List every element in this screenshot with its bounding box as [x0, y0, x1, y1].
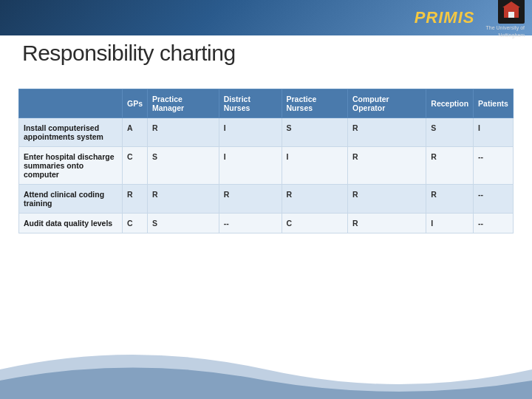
- cell-gps: R: [123, 185, 148, 214]
- cell-reception: R: [426, 185, 474, 214]
- table-row: Install computerised appointments system…: [19, 118, 514, 147]
- cell-practice_manager: R: [148, 185, 219, 214]
- cell-task: Audit data quality levels: [19, 214, 123, 233]
- bottom-decoration: [0, 340, 532, 399]
- table-row: Audit data quality levelsCS--CRI--: [19, 214, 514, 233]
- col-gps: GPs: [123, 89, 148, 118]
- table-header-row: GPs Practice Manager District Nurses Pra…: [19, 89, 514, 118]
- cell-reception: I: [426, 214, 474, 233]
- university-logo: The University of Nottingham: [485, 0, 525, 38]
- cell-district_nurses: I: [219, 147, 282, 185]
- university-name-line1: The University of: [485, 24, 525, 31]
- responsibility-table: GPs Practice Manager District Nurses Pra…: [18, 89, 514, 233]
- cell-patients: I: [474, 118, 514, 147]
- col-district-nurses: District Nurses: [219, 89, 282, 118]
- col-task: [19, 89, 123, 118]
- cell-practice_manager: S: [148, 214, 219, 233]
- table-header: GPs Practice Manager District Nurses Pra…: [19, 89, 514, 118]
- cell-patients: --: [474, 214, 514, 233]
- col-practice-manager: Practice Manager: [148, 89, 219, 118]
- cell-practice_nurses: I: [282, 147, 348, 185]
- cell-reception: R: [426, 147, 474, 185]
- col-practice-nurses: Practice Nurses: [282, 89, 348, 118]
- university-name-line2: Nottingham: [498, 32, 525, 38]
- university-icon: [498, 0, 525, 24]
- table-row: Attend clinical coding trainingRRRRRR--: [19, 185, 514, 214]
- svg-marker-1: [502, 1, 520, 7]
- cell-practice_manager: R: [148, 118, 219, 147]
- col-reception: Reception: [426, 89, 474, 118]
- table-row: Enter hospital discharge summaries onto …: [19, 147, 514, 185]
- header-bar: PRIMIS The University of Nottingham: [0, 0, 532, 35]
- cell-practice_nurses: C: [282, 214, 348, 233]
- cell-task: Install computerised appointments system: [19, 118, 123, 147]
- cell-computer_operator: R: [348, 147, 426, 185]
- cell-practice_nurses: S: [282, 118, 348, 147]
- page-title: Responsibility charting: [22, 41, 236, 66]
- cell-gps: C: [123, 147, 148, 185]
- cell-patients: --: [474, 185, 514, 214]
- cell-gps: A: [123, 118, 148, 147]
- col-patients: Patients: [474, 89, 514, 118]
- cell-practice_manager: S: [148, 147, 219, 185]
- cell-reception: S: [426, 118, 474, 147]
- cell-computer_operator: R: [348, 214, 426, 233]
- cell-district_nurses: --: [219, 214, 282, 233]
- table-body: Install computerised appointments system…: [19, 118, 514, 233]
- cell-patients: --: [474, 147, 514, 185]
- cell-district_nurses: R: [219, 185, 282, 214]
- cell-district_nurses: I: [219, 118, 282, 147]
- cell-gps: C: [123, 214, 148, 233]
- col-computer-operator: Computer Operator: [348, 89, 426, 118]
- cell-computer_operator: R: [348, 118, 426, 147]
- cell-practice_nurses: R: [282, 185, 348, 214]
- primis-logo: PRIMIS: [415, 8, 475, 27]
- responsibility-table-container: GPs Practice Manager District Nurses Pra…: [18, 89, 514, 233]
- cell-task: Attend clinical coding training: [19, 185, 123, 214]
- cell-task: Enter hospital discharge summaries onto …: [19, 147, 123, 185]
- svg-rect-2: [508, 12, 514, 18]
- cell-computer_operator: R: [348, 185, 426, 214]
